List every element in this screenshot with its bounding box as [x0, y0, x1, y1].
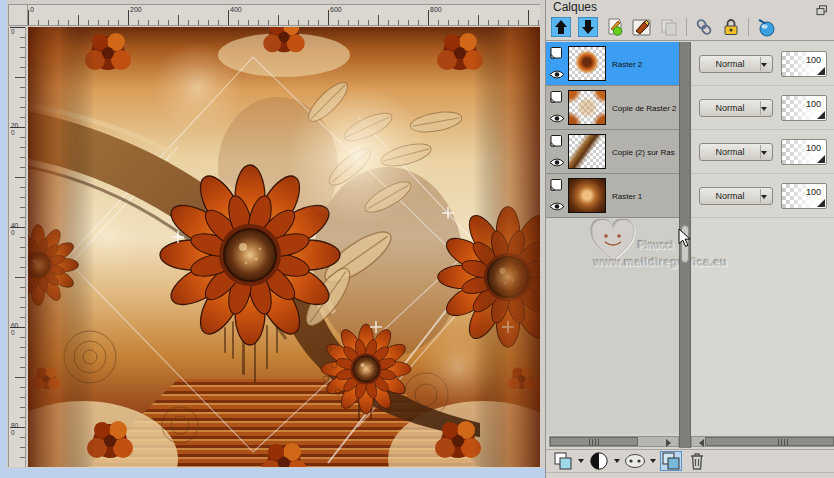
blend-control-row: Normal 100: [691, 86, 834, 130]
chevron-down-icon[interactable]: [761, 195, 767, 202]
opacity-slider[interactable]: 100: [781, 183, 827, 209]
visibility-eye-icon[interactable]: [549, 110, 565, 128]
blend-mode-dropdown[interactable]: Normal: [699, 55, 773, 73]
opacity-slider[interactable]: 100: [781, 95, 827, 121]
chevron-down-icon[interactable]: [650, 459, 656, 466]
scrollbar-grip: [589, 439, 600, 446]
ruler-label: 600: [330, 6, 342, 13]
layer-type-icon: [549, 90, 564, 108]
duplicate-layer-icon[interactable]: [660, 451, 682, 471]
ruler-label: 0: [30, 6, 34, 13]
new-adjustment-layer-icon[interactable]: [588, 451, 610, 471]
blend-mode-dropdown[interactable]: Normal: [699, 143, 773, 161]
merge-disabled-icon: [659, 17, 679, 37]
ruler-label: 200: [11, 123, 19, 136]
blend-mode-dropdown[interactable]: Normal: [699, 99, 773, 117]
blue-sphere-icon[interactable]: [756, 17, 776, 37]
chevron-down-icon[interactable]: [761, 151, 767, 158]
layer-name[interactable]: Copie (2) sur Ras: [612, 130, 678, 174]
lock-transparency-icon[interactable]: [721, 17, 741, 37]
palette-bottom-toolbar: [546, 449, 834, 473]
layer-row-copie2-sur-raster[interactable]: Copie (2) sur Ras: [546, 130, 679, 174]
new-mask-layer-icon[interactable]: [624, 451, 646, 471]
opacity-slider[interactable]: 100: [781, 139, 827, 165]
opacity-value: 100: [806, 143, 821, 153]
chevron-down-icon[interactable]: [761, 63, 767, 70]
blend-controls-region: Normal 100 Normal 100: [691, 42, 834, 434]
layer-row-raster1[interactable]: Raster 1: [546, 174, 679, 218]
ruler-label: 0: [11, 29, 19, 36]
layer-type-icon: [549, 178, 564, 196]
chevron-down-icon[interactable]: [614, 459, 620, 466]
visibility-eye-icon[interactable]: [549, 66, 565, 84]
slider-corner-handle[interactable]: [817, 67, 825, 75]
chevron-down-icon[interactable]: [578, 459, 584, 466]
visibility-eye-icon[interactable]: [549, 154, 565, 172]
layer-thumbnail[interactable]: [568, 178, 606, 213]
blend-control-row: Normal 100: [691, 174, 834, 218]
blend-control-row: Normal 100: [691, 130, 834, 174]
visibility-eye-icon[interactable]: [549, 198, 565, 216]
layer-name[interactable]: Raster 2: [612, 42, 678, 86]
move-layer-down-icon[interactable]: [578, 17, 598, 37]
move-layer-up-icon[interactable]: [551, 17, 571, 37]
layer-name[interactable]: Raster 1: [612, 174, 678, 218]
blend-control-row: Normal 100: [691, 42, 834, 86]
watermark-name: Pinucci: [638, 240, 674, 251]
controls-hscrollbar[interactable]: [691, 436, 834, 447]
opacity-slider[interactable]: 100: [781, 51, 827, 77]
opacity-value: 100: [806, 55, 821, 65]
delete-layer-icon[interactable]: [686, 451, 708, 471]
opacity-value: 100: [806, 99, 821, 109]
ruler-label: 800: [11, 423, 19, 436]
ruler-corner: [8, 4, 28, 26]
layer-type-icon: [549, 46, 564, 64]
blend-mode-value: Normal: [700, 103, 760, 113]
canvas-artwork[interactable]: [28, 27, 540, 467]
blend-mode-dropdown[interactable]: Normal: [699, 187, 773, 205]
layer-type-icon: [549, 134, 564, 152]
blend-mode-value: Normal: [700, 191, 760, 201]
vertical-ruler: 0 200 400 600 800: [8, 27, 26, 467]
ruler-label: 200: [130, 6, 142, 13]
layer-thumbnail[interactable]: [568, 134, 606, 169]
palette-toolbar: [546, 14, 834, 41]
slider-corner-handle[interactable]: [817, 111, 825, 119]
link-layers-icon[interactable]: [694, 17, 714, 37]
toolbar-divider: [686, 18, 687, 36]
image-window: 0 200 400 600 800 0 200 400 600 800: [0, 0, 545, 478]
ruler-label: 400: [230, 6, 242, 13]
scrollbar-thumb[interactable]: [705, 437, 834, 446]
edit-layer-icon[interactable]: [632, 17, 652, 37]
ruler-label: 600: [11, 323, 19, 336]
psp-window: 0 200 400 600 800 0 200 400 600 800: [0, 0, 834, 478]
toolbar-divider: [748, 18, 749, 36]
palette-title: Calques: [553, 0, 597, 14]
scrollbar-thumb[interactable]: [550, 437, 638, 446]
scroll-right-icon[interactable]: [666, 439, 675, 447]
ruler-label: 400: [11, 223, 19, 236]
scrollbar-grip: [778, 439, 789, 446]
slider-corner-handle[interactable]: [817, 199, 825, 207]
opacity-value: 100: [806, 187, 821, 197]
layer-name[interactable]: Copie de Raster 2: [612, 86, 678, 130]
blend-mode-value: Normal: [700, 147, 760, 157]
layer-list-hscrollbar[interactable]: [549, 436, 679, 447]
chevron-down-icon[interactable]: [761, 107, 767, 114]
mouse-cursor: [678, 228, 691, 252]
watermark-url: www.maildiregrafica.eu: [594, 256, 727, 268]
layer-row-raster2[interactable]: Raster 2: [546, 42, 679, 86]
artwork-image: [28, 27, 540, 467]
ruler-label: 800: [430, 6, 442, 13]
layer-thumbnail[interactable]: [568, 46, 606, 81]
horizontal-ruler: 0 200 400 600 800: [28, 4, 540, 26]
slider-corner-handle[interactable]: [817, 155, 825, 163]
blend-mode-value: Normal: [700, 59, 760, 69]
scroll-left-icon[interactable]: [695, 439, 704, 447]
layer-row-copie-de-raster2[interactable]: Copie de Raster 2: [546, 86, 679, 130]
layer-thumbnail[interactable]: [568, 90, 606, 125]
new-raster-layer-icon[interactable]: [552, 451, 574, 471]
new-layer-pen-icon[interactable]: [605, 17, 625, 37]
layers-palette: Calques: [545, 0, 834, 478]
